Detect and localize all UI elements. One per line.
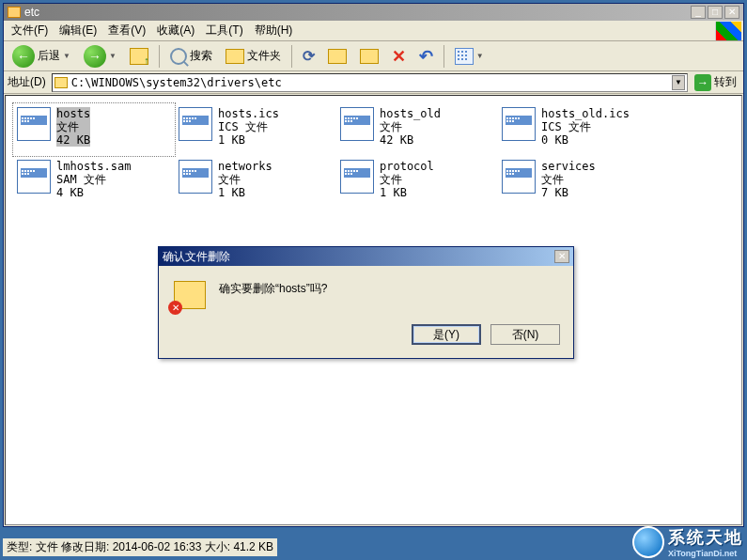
move-button[interactable] [323, 46, 351, 67]
file-type: ICS 文件 [541, 120, 630, 133]
file-name: protocol [380, 160, 434, 173]
maximize-button[interactable]: □ [708, 6, 723, 19]
file-name: hosts [56, 107, 90, 120]
file-icon [179, 160, 212, 194]
go-button[interactable]: → 转到 [692, 73, 739, 92]
file-size: 1 KB [218, 186, 272, 199]
back-label: 后退 [38, 48, 60, 64]
menu-tools[interactable]: 工具(T) [200, 21, 248, 40]
menubar: 文件(F) 编辑(E) 查看(V) 收藏(A) 工具(T) 帮助(H) [4, 21, 743, 41]
move-icon [328, 49, 347, 64]
file-item[interactable]: hosts文件42 KB [13, 103, 175, 156]
address-field[interactable]: C:\WINDOWS\system32\drivers\etc ▼ [52, 73, 688, 92]
search-label: 搜索 [190, 48, 212, 64]
toolbar: 后退 ▼ ▼ 搜索 文件夹 ⟳ ✕ ↶ ▼ [4, 41, 743, 71]
folders-label: 文件夹 [247, 48, 281, 64]
watermark-url: XiTongTianDi.net [668, 549, 743, 558]
separator [291, 45, 292, 68]
file-name: hosts_old [380, 107, 441, 120]
copy-button[interactable] [355, 46, 383, 67]
separator [444, 45, 444, 68]
folder-icon [8, 7, 21, 18]
delete-icon: ✕ [392, 46, 406, 67]
file-name: networks [218, 160, 272, 173]
undo-icon: ↶ [419, 46, 433, 67]
titlebar[interactable]: etc _ □ ✕ [4, 4, 743, 21]
sync-button[interactable]: ⟳ [298, 44, 319, 68]
file-name: hosts.ics [218, 107, 279, 120]
no-button[interactable]: 否(N) [490, 324, 560, 345]
delete-file-icon [174, 281, 206, 309]
file-size: 0 KB [541, 133, 630, 147]
file-size: 1 KB [380, 186, 434, 199]
file-icon [340, 107, 374, 141]
chevron-down-icon: ▼ [109, 52, 117, 60]
menu-edit[interactable]: 编辑(E) [54, 21, 102, 40]
file-size: 4 KB [56, 186, 131, 199]
file-item[interactable]: hosts_old.icsICS 文件0 KB [498, 103, 660, 156]
folders-button[interactable]: 文件夹 [221, 45, 286, 67]
file-item[interactable]: hosts_old文件42 KB [336, 103, 498, 156]
folder-up-icon [130, 48, 148, 65]
search-button[interactable]: 搜索 [165, 45, 217, 68]
file-size: 7 KB [541, 186, 596, 199]
file-type: 文件 [380, 173, 434, 186]
file-icon [502, 160, 536, 194]
file-type: 文件 [380, 120, 441, 133]
dialog-message: 确实要删除“hosts”吗? [219, 281, 327, 297]
file-size: 42 KB [56, 133, 90, 147]
views-button[interactable]: ▼ [450, 45, 489, 68]
file-icon [340, 160, 374, 194]
file-icon [17, 107, 51, 141]
back-arrow-icon [12, 45, 35, 68]
file-name: hosts_old.ics [541, 107, 630, 120]
file-item[interactable]: protocol文件1 KB [336, 156, 498, 209]
status-bar: 类型: 文件 修改日期: 2014-06-02 16:33 大小: 41.2 K… [3, 538, 277, 556]
forward-arrow-icon [84, 45, 106, 68]
file-item[interactable]: hosts.icsICS 文件1 KB [175, 103, 336, 156]
menu-view[interactable]: 查看(V) [102, 21, 151, 40]
file-icon [17, 160, 51, 194]
dialog-title: 确认文件删除 [163, 249, 552, 265]
yes-button[interactable]: 是(Y) [412, 324, 481, 345]
undo-button[interactable]: ↶ [414, 43, 438, 70]
window-controls: _ □ ✕ [689, 6, 739, 19]
back-button[interactable]: 后退 ▼ [8, 42, 75, 70]
file-item[interactable]: lmhosts.samSAM 文件4 KB [13, 156, 175, 209]
folders-icon [226, 49, 244, 64]
file-name: lmhosts.sam [56, 160, 131, 173]
go-label: 转到 [714, 74, 737, 90]
file-icon [179, 107, 212, 141]
file-type: 文件 [56, 120, 90, 133]
address-dropdown[interactable]: ▼ [672, 75, 685, 90]
file-name: services [541, 160, 596, 173]
file-icon [502, 107, 536, 141]
watermark-title: 系统天地 [668, 526, 743, 549]
file-type: 文件 [541, 173, 596, 186]
forward-button[interactable]: ▼ [79, 42, 121, 70]
confirm-delete-dialog: 确认文件删除 ✕ 确实要删除“hosts”吗? 是(Y) 否(N) [158, 246, 574, 359]
menu-help[interactable]: 帮助(H) [249, 21, 299, 40]
address-bar: 地址(D) C:\WINDOWS\system32\drivers\etc ▼ … [4, 71, 743, 94]
views-icon [455, 48, 474, 65]
dialog-close-button[interactable]: ✕ [554, 250, 569, 263]
file-size: 1 KB [218, 133, 279, 147]
dialog-titlebar[interactable]: 确认文件删除 ✕ [159, 247, 573, 266]
windows-logo-icon [715, 22, 741, 40]
search-icon [170, 48, 187, 65]
menu-file[interactable]: 文件(F) [6, 21, 54, 40]
address-path: C:\WINDOWS\system32\drivers\etc [71, 76, 672, 89]
separator [159, 45, 160, 68]
go-icon: → [694, 74, 711, 91]
file-type: 文件 [218, 173, 272, 186]
close-button[interactable]: ✕ [724, 6, 739, 19]
minimize-button[interactable]: _ [691, 6, 706, 19]
chevron-down-icon: ▼ [476, 52, 484, 60]
window-title: etc [24, 6, 689, 19]
up-button[interactable] [125, 45, 153, 68]
delete-button[interactable]: ✕ [387, 43, 411, 70]
file-item[interactable]: services文件7 KB [498, 156, 660, 209]
file-item[interactable]: networks文件1 KB [175, 156, 336, 209]
file-size: 42 KB [380, 133, 441, 147]
menu-favorites[interactable]: 收藏(A) [151, 21, 200, 40]
